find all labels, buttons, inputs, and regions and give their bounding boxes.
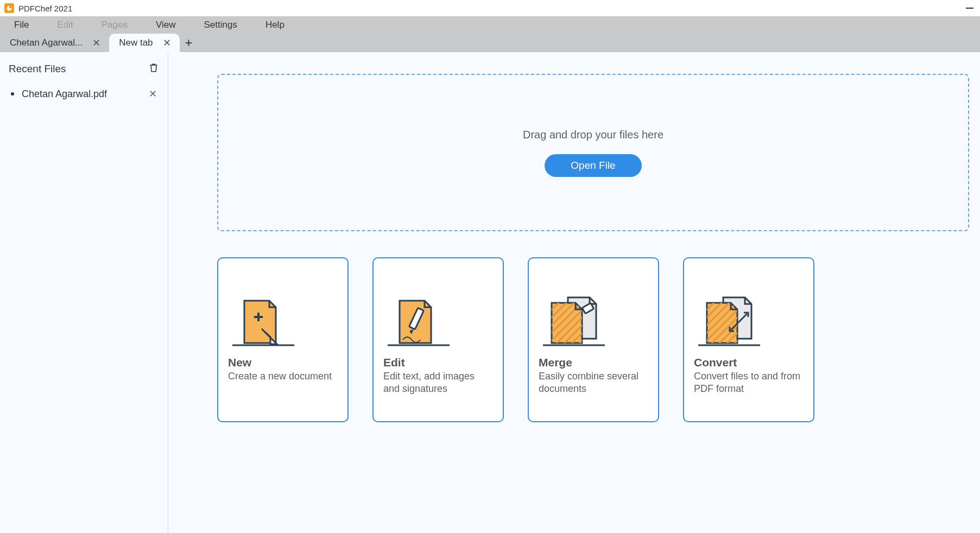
window-controls [966,0,973,16]
tabbar: Chetan Agarwal... ✕ New tab ✕ + [0,34,980,52]
bullet-icon [11,92,14,96]
minimize-button[interactable] [966,8,973,9]
convert-documents-icon [694,269,804,351]
recent-files-title: Recent Files [9,63,66,75]
close-tab-icon[interactable]: ✕ [161,38,173,48]
card-merge[interactable]: Merge Easily combine several documents [528,257,659,422]
card-new[interactable]: New Create a new document [217,257,349,422]
add-tab-button[interactable]: + [180,34,198,52]
menu-edit: Edit [43,16,87,34]
tab-label: Chetan Agarwal... [10,37,83,48]
tab-chetan-agarwal[interactable]: Chetan Agarwal... ✕ [0,34,109,52]
menu-settings[interactable]: Settings [189,16,251,34]
app-logo-icon [4,3,14,13]
menu-view[interactable]: View [142,16,190,34]
edit-document-icon [383,269,493,351]
card-title: New [228,356,338,369]
workspace: Recent Files Chetan Agarwal.pdf ✕ Drag a… [0,52,980,533]
action-cards: New Create a new document Edit Edit t [217,257,969,422]
card-title: Convert [694,356,804,369]
card-desc: Create a new document [228,370,338,383]
remove-recent-icon[interactable]: ✕ [147,88,159,100]
tab-new-tab[interactable]: New tab ✕ [109,34,179,52]
card-convert[interactable]: Convert Convert files to and from PDF fo… [683,257,814,422]
app-title: PDFChef 2021 [18,4,72,13]
menu-pages: Pages [87,16,142,34]
card-title: Merge [539,356,648,369]
main-area: Drag and drop your files here Open File … [168,52,980,533]
new-document-icon [228,269,338,351]
close-tab-icon[interactable]: ✕ [90,38,103,48]
card-desc: Convert files to and from PDF format [694,370,804,396]
card-edit[interactable]: Edit Edit text, add images and signature… [372,257,504,422]
sidebar: Recent Files Chetan Agarwal.pdf ✕ [0,52,168,533]
tab-label: New tab [119,37,153,48]
recent-file-name: Chetan Agarwal.pdf [22,88,107,100]
card-desc: Edit text, add images and signatures [383,370,493,396]
dropzone-text: Drag and drop your files here [523,129,663,141]
card-desc: Easily combine several documents [539,370,648,396]
menu-help[interactable]: Help [251,16,299,34]
open-file-button[interactable]: Open File [545,154,641,177]
trash-icon[interactable] [148,62,159,76]
dropzone[interactable]: Drag and drop your files here Open File [217,74,969,231]
merge-documents-icon [539,269,648,351]
menu-file[interactable]: File [0,16,43,34]
titlebar: PDFChef 2021 [0,0,980,16]
menubar: File Edit Pages View Settings Help [0,16,980,34]
card-title: Edit [383,356,493,369]
sidebar-header: Recent Files [7,62,161,83]
recent-file-item[interactable]: Chetan Agarwal.pdf ✕ [7,83,161,105]
